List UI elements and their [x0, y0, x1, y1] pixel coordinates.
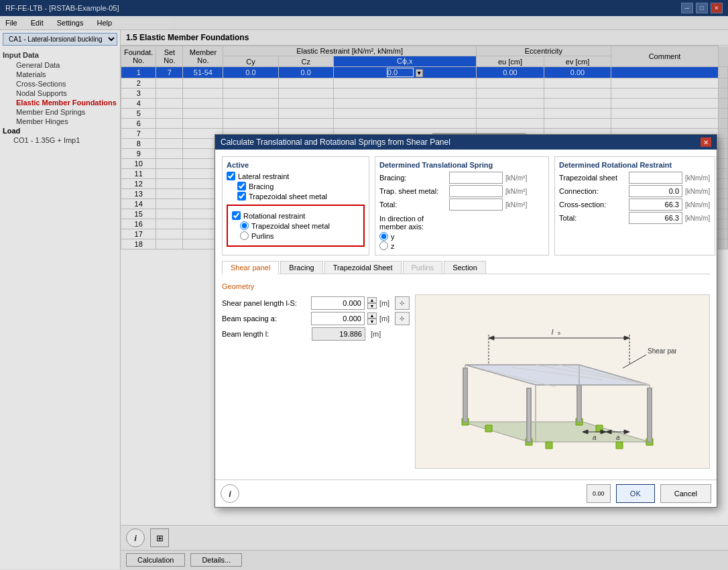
lateral-restraint-checkbox[interactable] — [227, 172, 235, 180]
trap-rot-row: Trapezoidal sheet [kNm/m] — [559, 172, 711, 184]
shear-length-spinners: ▲ ▼ — [367, 297, 377, 309]
lateral-restraint-row: Lateral restraint — [227, 172, 365, 180]
connection-rot-input[interactable] — [629, 185, 682, 197]
cross-section-rot-input[interactable] — [629, 198, 682, 211]
rotational-restraint-row: Rotational restraint — [232, 211, 359, 220]
rotational-restraint-label: Rotational restraint — [243, 212, 305, 220]
rotational-restraint-checkbox[interactable] — [232, 211, 241, 220]
geometry-inputs: Shear panel length l-S: ▲ ▼ [m] ⊹ Beam s… — [222, 294, 410, 469]
trap-sheet-row: Trapezoidal sheet metal — [227, 192, 365, 201]
beam-spacing-input[interactable] — [311, 312, 365, 325]
modal-ok-button[interactable]: OK — [616, 484, 655, 503]
trap-spring-label: Trap. sheet metal: — [379, 187, 446, 195]
svg-text:a: a — [616, 434, 620, 441]
tab-shear-panel[interactable]: Shear panel — [222, 261, 279, 274]
modal-close-button[interactable]: ✕ — [701, 137, 711, 147]
svg-text:a: a — [593, 434, 597, 441]
shear-panel-svg: l s a a — [448, 301, 676, 462]
bracing-checkbox[interactable] — [237, 182, 246, 190]
tab-section[interactable]: Section — [444, 261, 486, 274]
trap-spring-row: Trap. sheet metal: [kN/m²] — [379, 185, 544, 197]
modal-info-button[interactable]: i — [221, 484, 239, 503]
modal-sections: Active Lateral restraint Bracing Trapezo… — [222, 156, 710, 255]
shear-length-label: Shear panel length l-S: — [222, 299, 308, 307]
purlins-radio[interactable] — [240, 231, 249, 240]
total-spring-unit: [kN/m²] — [505, 201, 527, 209]
trap-spring-input[interactable] — [449, 185, 503, 197]
svg-marker-6 — [485, 425, 492, 432]
total-spring-label: Total: — [379, 201, 446, 209]
svg-marker-7 — [546, 442, 552, 449]
lateral-restraint-label: Lateral restraint — [238, 172, 289, 180]
beam-length-label: Beam length l: — [222, 330, 309, 338]
svg-text:s: s — [558, 330, 560, 336]
trap-rot-label: Trapezoidal sheet — [559, 174, 626, 182]
direction-section: In direction ofmember axis: y z — [379, 215, 544, 250]
shear-length-row: Shear panel length l-S: ▲ ▼ [m] ⊹ — [222, 296, 410, 310]
total-rot-label: Total: — [559, 214, 626, 222]
trap-sheet-checkbox[interactable] — [237, 192, 246, 201]
purlins-radio-label: Purlins — [251, 232, 274, 240]
rotational-restraint-section: Determined Rotational Restraint Trapezoi… — [554, 156, 715, 255]
dir-y-radio[interactable] — [379, 232, 388, 241]
shear-length-input[interactable] — [311, 296, 365, 310]
beam-spacing-spinners: ▲ ▼ — [367, 312, 377, 325]
beam-spacing-unit: [m] — [379, 315, 389, 323]
geometry-section: Geometry Shear panel length l-S: ▲ ▼ [m] — [222, 278, 710, 473]
beam-length-row: Beam length l: [m] — [222, 327, 410, 341]
modal-cancel-button[interactable]: Cancel — [660, 484, 711, 503]
tab-bracing[interactable]: Bracing — [280, 261, 322, 274]
translational-section: Determined Translational Spring Bracing:… — [375, 156, 549, 255]
total-rot-input[interactable] — [629, 212, 682, 224]
rotational-restraint-title: Determined Rotational Restraint — [559, 161, 711, 169]
translational-title: Determined Translational Spring — [379, 161, 544, 169]
beam-length-input[interactable] — [312, 327, 365, 341]
cross-section-rot-unit: [kNm/m] — [685, 201, 710, 209]
trap-radio-row: Trapezoidal sheet metal — [232, 221, 359, 230]
modal-bottom: i 0.00 OK Cancel — [215, 479, 717, 507]
geometry-content: Shear panel length l-S: ▲ ▼ [m] ⊹ Beam s… — [222, 294, 710, 469]
beam-spacing-up[interactable]: ▲ — [367, 312, 377, 319]
bracing-row: Bracing — [227, 182, 365, 190]
dir-z-label: z — [391, 242, 395, 250]
total-spring-row: Total: [kN/m²] — [379, 198, 544, 211]
trap-rot-input[interactable] — [629, 172, 682, 184]
active-title: Active — [227, 161, 365, 169]
modal-zero-button[interactable]: 0.00 — [587, 484, 611, 503]
modal-tabs: Shear panel Bracing Trapezoidal Sheet Pu… — [222, 261, 710, 274]
cross-section-rot-label: Cross-section: — [559, 201, 626, 209]
geometry-title: Geometry — [222, 282, 710, 290]
bracing-spring-row: Bracing: [kN/m²] — [379, 172, 544, 184]
shear-length-down[interactable]: ▼ — [367, 303, 377, 309]
total-rot-row: Total: [kNm/m] — [559, 212, 711, 224]
beam-spacing-down[interactable]: ▼ — [367, 319, 377, 325]
modal-overlay: Calculate Translational and Rotational S… — [0, 0, 728, 569]
bracing-spring-input[interactable] — [449, 172, 503, 184]
trap-radio[interactable] — [240, 221, 249, 230]
svg-text:Shear panel: Shear panel — [648, 347, 676, 355]
trap-radio-label: Trapezoidal sheet metal — [251, 222, 330, 230]
purlins-radio-row: Purlins — [232, 231, 359, 240]
shear-length-pick[interactable]: ⊹ — [395, 296, 410, 310]
svg-rect-11 — [527, 388, 531, 442]
beam-spacing-pick[interactable]: ⊹ — [395, 312, 410, 325]
dir-z-radio[interactable] — [379, 241, 388, 250]
total-rot-unit: [kNm/m] — [685, 215, 710, 222]
svg-marker-9 — [616, 442, 623, 449]
trap-spring-unit: [kN/m²] — [505, 188, 527, 195]
direction-label: In direction ofmember axis: — [379, 215, 544, 231]
bracing-spring-unit: [kN/m²] — [505, 174, 527, 182]
shear-length-up[interactable]: ▲ — [367, 297, 377, 303]
tab-purlins[interactable]: Purlins — [403, 261, 443, 274]
connection-rot-row: Connection: [kNm/m] — [559, 185, 711, 197]
dir-z-row: z — [379, 241, 544, 250]
cross-section-rot-row: Cross-section: [kNm/m] — [559, 198, 711, 211]
modal-title-bar: Calculate Translational and Rotational S… — [215, 135, 717, 150]
rotational-section: Rotational restraint Trapezoidal sheet m… — [227, 205, 365, 247]
beam-spacing-row: Beam spacing a: ▲ ▼ [m] ⊹ — [222, 312, 410, 325]
total-spring-input[interactable] — [449, 198, 503, 211]
modal-body: Active Lateral restraint Bracing Trapezo… — [215, 150, 717, 479]
tab-trapezoidal-sheet[interactable]: Trapezoidal Sheet — [324, 261, 402, 274]
shear-panel-modal: Calculate Translational and Rotational S… — [215, 134, 717, 508]
trap-rot-unit: [kNm/m] — [685, 174, 710, 182]
